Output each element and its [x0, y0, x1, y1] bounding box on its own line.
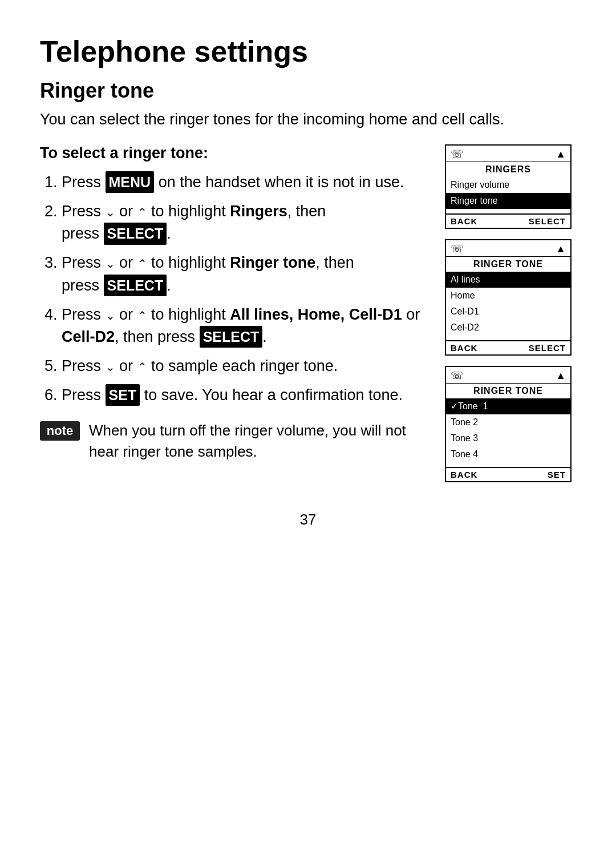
scroll-arrow-1: ▲ — [556, 148, 566, 160]
tone3-item: Tone 3 — [446, 430, 570, 446]
select-key-2: SELECT — [104, 275, 167, 296]
tone4-item: Tone 4 — [446, 446, 570, 462]
select-key-3: SELECT — [200, 326, 263, 348]
steps-list: Press MENU on the handset when it is not… — [62, 171, 428, 406]
ringers-label: Ringers — [230, 203, 287, 220]
screen1-header: ☏ ▲ — [446, 146, 570, 162]
cel-d1-item: Cel-D1 — [446, 304, 570, 320]
note-text: When you turn off the ringer volume, you… — [89, 420, 428, 462]
step-2: Press ⌄ or ⌃ to highlight Ringers, then … — [62, 200, 428, 245]
ringer-tone-label: Ringer tone — [230, 254, 315, 271]
screen3-body: ✓Tone 1 Tone 2 Tone 3 Tone 4 — [446, 397, 570, 465]
arrow-up-icon-3: ⌃ — [137, 308, 147, 324]
tone2-item: Tone 2 — [446, 414, 570, 430]
screen-ringer-tone-tones: ☏ ▲ RINGER TONE ✓Tone 1 Tone 2 Tone 3 To… — [445, 366, 572, 482]
screen2-header: ☏ ▲ — [446, 240, 570, 257]
screen2-body: Al lines Home Cel-D1 Cel-D2 — [446, 271, 570, 338]
page-title: Telephone settings — [40, 34, 576, 68]
cel-d2-item: Cel-D2 — [446, 320, 570, 336]
screen1-footer: BACK SELECT — [446, 213, 570, 228]
note-box: note When you turn off the ringer volume… — [40, 420, 428, 462]
set-key: SET — [106, 384, 140, 406]
note-label: note — [40, 421, 80, 441]
instructions: To select a ringer tone: Press MENU on t… — [40, 144, 428, 462]
screen2-back: BACK — [451, 343, 477, 353]
all-lines-item: Al lines — [446, 272, 570, 288]
scroll-arrow-2: ▲ — [556, 243, 566, 255]
all-lines-label: All lines, Home, Cell-D1 — [230, 306, 402, 323]
screen3-back: BACK — [451, 470, 477, 479]
screen3-title: RINGER TONE — [446, 384, 570, 397]
screen1-title: RINGERS — [446, 162, 570, 176]
screen-ringers: ☏ ▲ RINGERS Ringer volume Ringer tone BA… — [445, 144, 572, 229]
arrow-up-icon-4: ⌃ — [137, 359, 147, 376]
screen1-body: Ringer volume Ringer tone — [446, 176, 570, 211]
arrow-down-icon: ⌄ — [106, 204, 115, 221]
arrow-down-icon-2: ⌄ — [106, 256, 115, 272]
subheading: To select a ringer tone: — [40, 144, 428, 162]
screen3-footer: BACK SET — [446, 467, 570, 481]
menu-key: MENU — [106, 171, 155, 193]
arrow-up-icon: ⌃ — [137, 204, 147, 221]
ringer-tone-item-selected: Ringer tone — [446, 193, 570, 209]
screen1-back: BACK — [451, 216, 477, 226]
phone-icon-1: ☏ — [451, 148, 464, 160]
step-3: Press ⌄ or ⌃ to highlight Ringer tone, t… — [62, 252, 428, 296]
scroll-arrow-3: ▲ — [556, 370, 566, 382]
step-4: Press ⌄ or ⌃ to highlight All lines, Hom… — [62, 304, 428, 348]
select-key-1: SELECT — [104, 223, 167, 244]
intro-text: You can select the ringer tones for the … — [40, 111, 576, 128]
arrow-down-icon-3: ⌄ — [106, 308, 115, 324]
screen3-header: ☏ ▲ — [446, 367, 570, 384]
screen2-footer: BACK SELECT — [446, 340, 570, 354]
phone-icon-2: ☏ — [451, 243, 464, 255]
content-area: To select a ringer tone: Press MENU on t… — [40, 144, 576, 482]
screen2-select: SELECT — [529, 343, 566, 353]
screens-area: ☏ ▲ RINGERS Ringer volume Ringer tone BA… — [445, 144, 576, 482]
screen3-set: SET — [548, 470, 566, 479]
step-5: Press ⌄ or ⌃ to sample each ringer tone. — [62, 355, 428, 377]
step-1: Press MENU on the handset when it is not… — [62, 171, 428, 193]
tone1-item: ✓Tone 1 — [446, 398, 570, 414]
screen1-select: SELECT — [529, 216, 566, 226]
cell-d2-label: Cell-D2 — [62, 328, 115, 345]
step-6: Press SET to save. You hear a confirmati… — [62, 384, 428, 406]
ringer-volume-item: Ringer volume — [446, 177, 570, 193]
arrow-down-icon-4: ⌄ — [106, 359, 115, 376]
arrow-up-icon-2: ⌃ — [137, 256, 147, 272]
screen2-title: RINGER TONE — [446, 257, 570, 271]
screen-ringer-tone-lines: ☏ ▲ RINGER TONE Al lines Home Cel-D1 Cel… — [445, 239, 572, 356]
page: Telephone settings Ringer tone You can s… — [0, 0, 616, 563]
home-item: Home — [446, 288, 570, 304]
page-number: 37 — [40, 511, 576, 529]
section-title: Ringer tone — [40, 79, 576, 103]
phone-icon-3: ☏ — [451, 369, 464, 382]
